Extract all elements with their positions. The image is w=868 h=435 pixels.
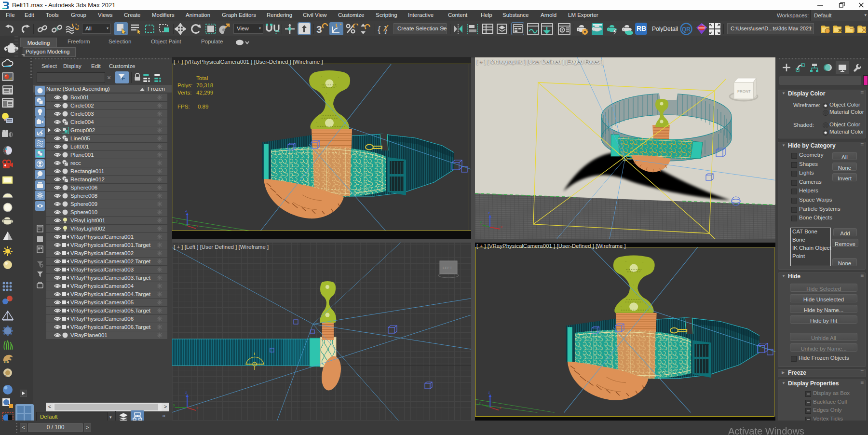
svg-text:z: z xyxy=(185,390,187,394)
svg-text:x: x xyxy=(196,224,198,228)
svg-text:QR: QR xyxy=(682,26,691,33)
svg-text:y: y xyxy=(173,403,175,407)
svg-text:x: x xyxy=(501,225,502,229)
svg-text:HF: HF xyxy=(3,360,8,364)
svg-text:{: { xyxy=(378,24,381,34)
svg-text:0.89: 0.89 xyxy=(198,104,208,109)
svg-text:3: 3 xyxy=(316,24,322,35)
svg-text:y: y xyxy=(480,220,482,224)
svg-text:LEFT: LEFT xyxy=(443,266,452,270)
svg-text:42,299: 42,299 xyxy=(196,90,213,95)
svg-text:x: x xyxy=(499,406,501,410)
svg-text:x: x xyxy=(196,406,198,410)
svg-text:y: y xyxy=(176,218,178,223)
svg-text:Ox: Ox xyxy=(3,375,8,378)
svg-text:Total: Total xyxy=(196,75,208,81)
svg-text:FPS:: FPS: xyxy=(177,104,190,109)
svg-text:70,318: 70,318 xyxy=(196,82,213,88)
svg-text:Verts:: Verts: xyxy=(177,90,191,95)
svg-text:y: y xyxy=(479,400,481,405)
svg-text:FRONT: FRONT xyxy=(737,89,751,94)
svg-text:z: z xyxy=(488,211,490,215)
svg-text:Polys:: Polys: xyxy=(177,82,192,88)
svg-text:z: z xyxy=(185,208,187,213)
svg-text:z: z xyxy=(488,390,490,394)
